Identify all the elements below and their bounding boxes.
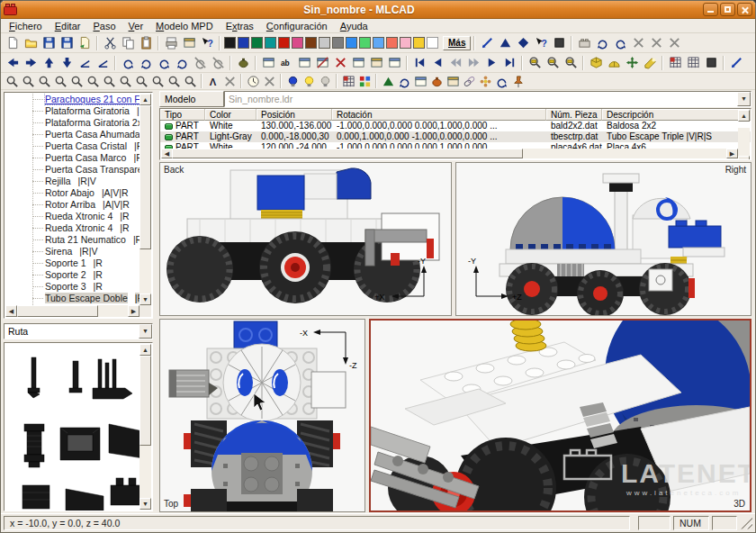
tree-item[interactable]: Puerta Casa Transparente|R — [5, 164, 140, 176]
color-swatch-11[interactable] — [373, 37, 384, 49]
rotate-x-pos-button[interactable] — [119, 54, 137, 72]
grid-fine-button[interactable] — [684, 54, 702, 72]
tree-item[interactable]: Puerta Casa Marco|R — [5, 152, 140, 164]
close-button[interactable] — [737, 3, 752, 16]
save-image-button[interactable] — [445, 74, 461, 89]
vertical-splitter-top[interactable] — [452, 162, 455, 316]
save-copy-button[interactable] — [58, 34, 76, 52]
render-scene-button[interactable] — [428, 74, 445, 89]
menu-extras[interactable]: Extras — [220, 20, 260, 32]
what-is-button[interactable] — [532, 34, 550, 52]
combo-dropdown-arrow[interactable]: ▼ — [737, 92, 751, 106]
color-swatch-15[interactable] — [427, 37, 438, 49]
color-swatch-3[interactable] — [265, 37, 276, 49]
print-button[interactable] — [162, 34, 180, 52]
reload-parts-button[interactable] — [493, 74, 509, 89]
spray-button[interactable] — [234, 54, 252, 72]
zoom-in-button[interactable] — [20, 74, 36, 89]
view-hide-button[interactable] — [313, 54, 331, 72]
link-pieces-button[interactable] — [461, 74, 477, 89]
tree-item[interactable]: Soporte 1|R — [5, 257, 140, 269]
no-snap-x-button[interactable] — [629, 34, 647, 52]
zoom-page-button[interactable] — [133, 74, 149, 89]
parts-table[interactable]: TipoColorPosiciónRotaciónNúm. PiezaDescr… — [159, 108, 752, 160]
vertical-splitter-bottom[interactable] — [365, 319, 369, 512]
view-a-button[interactable] — [349, 54, 367, 72]
scrollbar-thumb[interactable] — [140, 105, 151, 249]
open-button[interactable] — [22, 34, 40, 52]
spotlight-button[interactable] — [641, 54, 659, 72]
column-header-1[interactable]: Color — [205, 109, 256, 121]
light-off-button[interactable] — [317, 74, 333, 89]
rotate-x-neg-button[interactable] — [137, 54, 155, 72]
column-header-4[interactable]: Núm. Pieza — [546, 109, 602, 121]
copy-button[interactable] — [119, 34, 137, 52]
view-config-button[interactable] — [295, 54, 313, 72]
table-row[interactable]: PARTWhite130.000,-136.000 ...-1.000,0.00… — [160, 121, 751, 131]
tree-item[interactable]: Rueda Xtronic 4|R — [5, 222, 140, 234]
color-swatch-10[interactable] — [359, 37, 371, 49]
scroll-left-arrow[interactable]: ◀ — [5, 305, 17, 317]
viewport-right[interactable]: Right — [455, 162, 752, 316]
draw-triangle-button[interactable] — [496, 34, 514, 52]
menu-modelo-mpd[interactable]: Modelo MPD — [149, 20, 220, 32]
show-piece-button[interactable] — [221, 74, 238, 89]
tree-item[interactable]: Plataforma Giratoria 2x4|R — [5, 117, 140, 129]
tree-vertical-scrollbar[interactable]: ▲ ▼ — [140, 94, 151, 305]
scroll-up-arrow[interactable]: ▲ — [140, 94, 151, 105]
column-header-0[interactable]: Tipo — [160, 109, 205, 121]
menu-ver[interactable]: Ver — [122, 20, 150, 32]
minimize-button[interactable] — [703, 3, 718, 16]
tree-item[interactable]: Plataforma Giratoria|R|V — [5, 105, 140, 117]
color-swatch-4[interactable] — [278, 37, 290, 49]
zoom-extents-button[interactable] — [4, 74, 20, 89]
column-header-5[interactable]: Descripción — [602, 109, 751, 121]
context-help-button[interactable] — [198, 34, 216, 52]
view-cube-button[interactable] — [587, 54, 605, 72]
rotate-y-pos-button[interactable] — [155, 54, 173, 72]
hide-piece-button[interactable] — [205, 74, 221, 89]
scroll-down-arrow[interactable]: ▼ — [738, 156, 750, 160]
scrollbar-thumb[interactable] — [17, 305, 98, 317]
piece-group-button[interactable] — [477, 74, 493, 89]
no-snap-y-button[interactable] — [647, 34, 665, 52]
move-up-button[interactable] — [40, 54, 58, 72]
angle-measure-button[interactable] — [605, 54, 623, 72]
add-text-button[interactable] — [277, 54, 295, 72]
new-view-button[interactable] — [259, 54, 277, 72]
tree-item[interactable]: Rejilla|R|V — [5, 176, 140, 187]
export-button[interactable] — [76, 34, 94, 52]
zoom-previous-button[interactable] — [68, 74, 85, 89]
no-rotate-b-button[interactable] — [209, 54, 227, 72]
options-button[interactable] — [180, 34, 198, 52]
zoom-out-button[interactable] — [36, 74, 52, 89]
move-out-button[interactable] — [94, 54, 112, 72]
grid-coarse-button[interactable] — [666, 54, 684, 72]
color-swatch-2[interactable] — [251, 37, 263, 49]
rotate-model-button[interactable] — [396, 74, 412, 89]
horizontal-splitter[interactable] — [159, 316, 752, 319]
nav-next-button[interactable] — [482, 54, 500, 72]
light-ambient-button[interactable] — [301, 74, 317, 89]
color-swatch-9[interactable] — [346, 37, 357, 49]
step-clock-off-button[interactable] — [261, 74, 277, 89]
delete-view-button[interactable] — [331, 54, 349, 72]
more-colors-button[interactable]: Más — [443, 36, 471, 50]
nav-last-button[interactable] — [500, 54, 518, 72]
column-header-3[interactable]: Rotación — [332, 109, 546, 121]
title-bar[interactable]: Sin_nombre - MLCAD — [1, 1, 755, 19]
cut-button[interactable] — [101, 34, 119, 52]
bound-box-button[interactable] — [550, 34, 568, 52]
color-swatch-7[interactable] — [319, 37, 330, 49]
scroll-up-arrow[interactable]: ▲ — [140, 344, 151, 356]
menu-paso[interactable]: Paso — [86, 20, 122, 32]
menu-fichero[interactable]: Fichero — [3, 20, 49, 32]
tree-item[interactable]: Puerta Casa Cristal|R — [5, 140, 140, 152]
tree-item[interactable]: Parachoques 21 con Faros — [5, 94, 140, 105]
move-right-button[interactable] — [22, 54, 40, 72]
zoom-window-button[interactable] — [52, 74, 68, 89]
color-swatch-13[interactable] — [400, 37, 411, 49]
zoom-next-button[interactable] — [85, 74, 101, 89]
scrollbar-thumb[interactable] — [172, 149, 523, 158]
scroll-up-arrow[interactable]: ▲ — [738, 110, 750, 122]
